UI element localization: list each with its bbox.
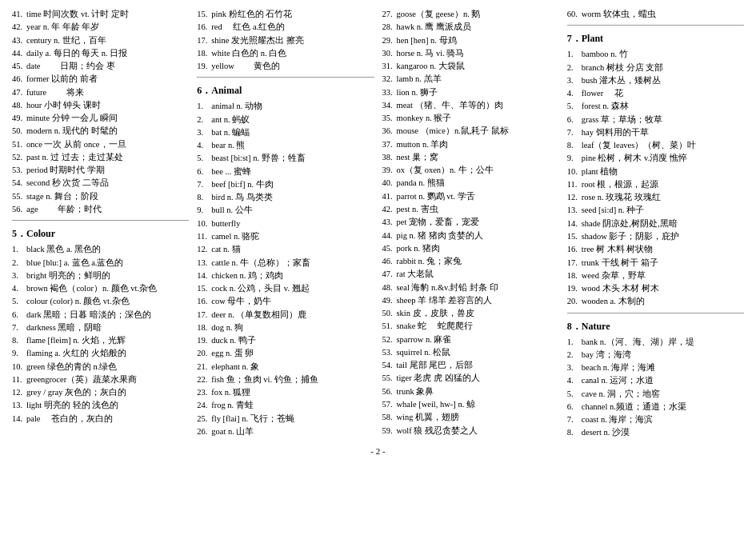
list-item: 11.camel n. 骆驼 [197, 230, 374, 243]
entry-text: sheep 羊 绵羊 差容言的人 [397, 294, 559, 307]
entry-number: 30. [382, 47, 397, 60]
entry-number: 55. [12, 190, 26, 203]
entry-text: butterfly [211, 218, 374, 230]
entry-number: 10. [197, 218, 211, 230]
list-item: 12.cat n. 猫 [197, 243, 374, 256]
entry-text: cattle n. 牛（总称）；家畜 [211, 257, 374, 269]
list-item: 47.rat 大老鼠 [382, 268, 559, 281]
entry-text: grass 草；草场；牧草 [582, 114, 744, 126]
entry-number: 42. [382, 203, 397, 216]
entry-text: fish 鱼；鱼肉 vi. 钓鱼；捕鱼 [211, 373, 374, 386]
entry-number: 16. [197, 295, 211, 308]
list-item: 15.cock n. 公鸡，头目 v. 翘起 [197, 282, 374, 295]
entry-text: root 根，根源，起源 [582, 178, 744, 191]
entry-text: light 明亮的 轻的 浅色的 [26, 399, 189, 412]
entry-number: 37. [382, 138, 397, 151]
entry-number: 59. [382, 425, 397, 437]
entry-number: 2. [12, 257, 26, 269]
entry-number: 48. [382, 281, 397, 294]
entry-text: pork n. 猪肉 [397, 242, 559, 255]
list-item: 39.ox（复 oxen）n. 牛；公牛 [382, 164, 559, 177]
entry-text: darkness 黑暗，阴暗 [26, 321, 189, 334]
entry-text: flower 花 [582, 87, 744, 100]
entry-text: shine 发光照耀杰出 擦亮 [211, 34, 374, 47]
list-item: 41.time 时间次数 vt. 计时 定时 [12, 8, 189, 21]
entry-text: century n. 世纪，百年 [26, 34, 189, 47]
list-item: 44.pig n. 猪 猪肉 贪婪的人 [382, 230, 559, 242]
list-item: 3.bush 灌木丛，矮树丛 [567, 74, 744, 87]
entry-number: 10. [567, 166, 582, 178]
entry-text: nest 巢；窝 [397, 151, 559, 164]
entry-text: fox n. 狐狸 [211, 386, 374, 399]
entry-number: 32. [382, 73, 397, 86]
list-item: 29.hen [hen] n. 母鸡 [382, 34, 559, 47]
entry-number: 14. [197, 269, 211, 282]
entry-text: green 绿色的青的 n.绿色 [26, 361, 189, 373]
entry-number: 33. [382, 86, 397, 99]
entry-number: 14. [12, 413, 26, 425]
entry-number: 2. [567, 349, 582, 361]
entry-text: red 红色 a.红色的 [211, 21, 374, 34]
entry-text: elephant n. 象 [211, 361, 374, 373]
entry-number: 47. [382, 268, 397, 281]
list-item: 11.greengrocer（英）蔬菜水果商 [12, 373, 189, 386]
entry-text: weed 杂草，野草 [582, 269, 744, 282]
entry-number: 13. [567, 204, 582, 217]
entry-number: 14. [567, 218, 582, 230]
list-item: 58.wing 机翼，翅膀 [382, 411, 559, 424]
list-item: 20.wooden a. 木制的 [567, 295, 744, 308]
list-item: 3.beach n. 海岸；海滩 [567, 361, 744, 374]
entry-number: 4. [567, 87, 582, 100]
entry-text: goose（复 geese）n. 鹅 [397, 8, 559, 21]
entry-text: blue [blu:] a. 蓝色 a.蓝色的 [26, 257, 189, 269]
entry-number: 17. [567, 257, 582, 269]
entry-number: 18. [197, 47, 211, 60]
list-item: 2.ant n. 蚂蚁 [197, 114, 374, 126]
list-item: 13.light 明亮的 轻的 浅色的 [12, 399, 189, 412]
list-item: 17.trunk 干线 树干 箱子 [567, 257, 744, 269]
entry-number: 49. [382, 294, 397, 307]
entry-text: white 白色的 n. 白色 [211, 47, 374, 60]
entry-number: 41. [12, 8, 26, 21]
list-item: 17.deer n. （单复数相同）鹿 [197, 309, 374, 321]
list-item: 14.pale 苍白的，灰白的 [12, 413, 189, 425]
entry-number: 3. [567, 74, 582, 87]
entry-number: 20. [567, 295, 582, 308]
list-item: 18.weed 杂草，野草 [567, 269, 744, 282]
entry-number: 25. [197, 413, 211, 425]
list-item: 8.bird n. 鸟 鸟类类 [197, 191, 374, 204]
page-number: - 2 - [12, 446, 744, 456]
entry-number: 15. [567, 230, 582, 243]
entry-number: 8. [197, 191, 211, 204]
entry-text: grey / gray 灰色的；灰白的 [26, 386, 189, 399]
list-item: 1.bamboo n. 竹 [567, 48, 744, 61]
list-item: 42.pest n. 害虫 [382, 203, 559, 216]
entry-text: year n. 年 年龄 年岁 [26, 21, 189, 34]
list-item: 19.duck n. 鸭子 [197, 334, 374, 347]
entry-number: 48. [12, 99, 26, 112]
entry-text: rose n. 玫瑰花 玫瑰红 [582, 191, 744, 204]
entry-text: brown 褐色（color）n. 颜色 vt.杂色 [26, 282, 189, 295]
entry-number: 46. [12, 73, 26, 86]
list-item: 9.bull n. 公牛 [197, 204, 374, 217]
entry-number: 28. [382, 21, 397, 34]
list-item: 49.sheep 羊 绵羊 差容言的人 [382, 294, 559, 307]
list-item: 51.once 一次 从前 once，一旦 [12, 138, 189, 151]
entry-text: age 年龄；时代 [26, 203, 189, 216]
list-item: 14.shade 阴凉处,树阴处,黑暗 [567, 218, 744, 230]
list-item: 3.bright 明亮的；鲜明的 [12, 269, 189, 282]
entry-number: 8. [567, 426, 582, 439]
entry-number: 50. [382, 307, 397, 320]
page-container: const data = JSON.parse(document.getElem… [12, 8, 744, 456]
list-item: 36.mouse （mice）n.鼠,耗子 鼠标 [382, 125, 559, 138]
list-item: 33.lion n. 狮子 [382, 86, 559, 99]
list-item: 43.century n. 世纪，百年 [12, 34, 189, 47]
list-item: 7.coast n. 海岸；海滨 [567, 413, 744, 426]
list-item: 13.seed [si:d] n. 种子 [567, 204, 744, 217]
list-item: 44.daily a. 每日的 每天 n. 日报 [12, 47, 189, 60]
section-divider [197, 77, 374, 78]
entry-number: 7. [567, 413, 582, 426]
list-item: 26.goat n. 山羊 [197, 425, 374, 438]
entry-number: 46. [382, 255, 397, 268]
list-item: 6.dark 黑暗；日暮 暗淡的；深色的 [12, 309, 189, 321]
